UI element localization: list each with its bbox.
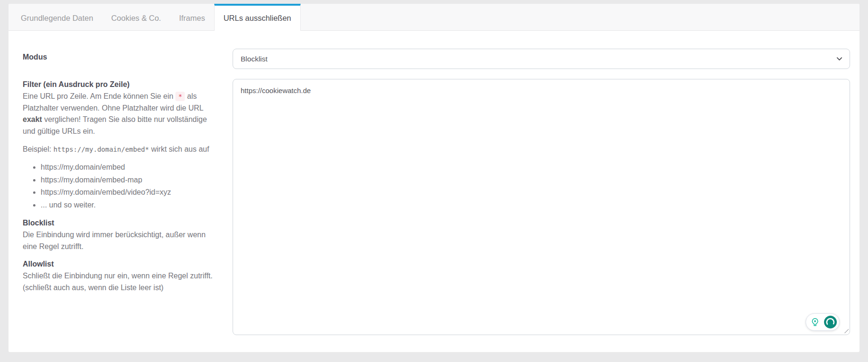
allowlist-description: Schließt die Einbindung nur ein, wenn ei… — [23, 270, 217, 294]
tab-urls-ausschliessen[interactable]: URLs ausschließen — [214, 4, 301, 31]
blocklist-description: Die Einbindung wird immer berücksichtigt… — [23, 229, 217, 253]
blocklist-heading: Blocklist — [23, 217, 217, 229]
list-item: https://my.domain/embed/video?id=xyz — [41, 187, 217, 198]
help-text-bold: exakt — [23, 115, 42, 123]
list-item: https://my.domain/embed — [41, 162, 217, 173]
tab-label: Iframes — [179, 14, 205, 23]
filter-textarea-wrap: https://cookiewatch.de — [233, 79, 850, 335]
tab-cookies-co[interactable]: Cookies & Co. — [102, 4, 170, 30]
example-url-list: https://my.domain/embed https://my.domai… — [23, 162, 217, 211]
filter-help: Filter (ein Ausdruck pro Zeile) Eine URL… — [23, 79, 217, 300]
list-item: https://my.domain/embed-map — [41, 174, 217, 186]
example-url-code: https://my.domain/embed* — [53, 146, 149, 153]
help-text: verglichen! Tragen Sie also bitte nur vo… — [23, 115, 207, 135]
lightbulb-button[interactable] — [808, 315, 822, 329]
progress-arc-icon — [824, 315, 837, 329]
filter-example-intro: Beispiel: https://my.domain/embed* wirkt… — [23, 144, 217, 155]
filter-textarea[interactable]: https://cookiewatch.de — [233, 79, 850, 335]
help-text: wirkt sich aus auf — [151, 145, 209, 153]
settings-card: Grundlegende Daten Cookies & Co. Iframes… — [9, 4, 859, 352]
wildcard-code: * — [175, 92, 185, 101]
tab-label: Cookies & Co. — [111, 14, 161, 23]
help-text: Eine URL pro Zeile. Am Ende können Sie e… — [23, 92, 174, 100]
modus-select-wrap: Blocklist — [233, 49, 850, 69]
tab-grundlegende-daten[interactable]: Grundlegende Daten — [12, 4, 102, 30]
allowlist-heading: Allowlist — [23, 259, 217, 270]
tab-iframes[interactable]: Iframes — [170, 4, 214, 30]
modus-select[interactable]: Blocklist — [233, 49, 850, 69]
list-item: ... und so weiter. — [41, 199, 217, 211]
assistant-widget-pill — [806, 313, 840, 331]
tab-label: Grundlegende Daten — [21, 14, 93, 23]
help-text: Beispiel: — [23, 145, 51, 153]
tab-bar: Grundlegende Daten Cookies & Co. Iframes… — [9, 4, 859, 31]
progress-circle-button[interactable] — [823, 315, 837, 329]
filter-label: Filter (ein Ausdruck pro Zeile) — [23, 79, 217, 91]
filter-help-paragraph: Eine URL pro Zeile. Am Ende können Sie e… — [23, 91, 217, 138]
tab-label: URLs ausschließen — [224, 14, 291, 23]
lightbulb-icon — [810, 317, 820, 328]
tab-panel-urls-ausschliessen: Modus Blocklist Filter (ein Ausdruck pro… — [9, 31, 859, 349]
modus-label: Modus — [23, 49, 217, 61]
